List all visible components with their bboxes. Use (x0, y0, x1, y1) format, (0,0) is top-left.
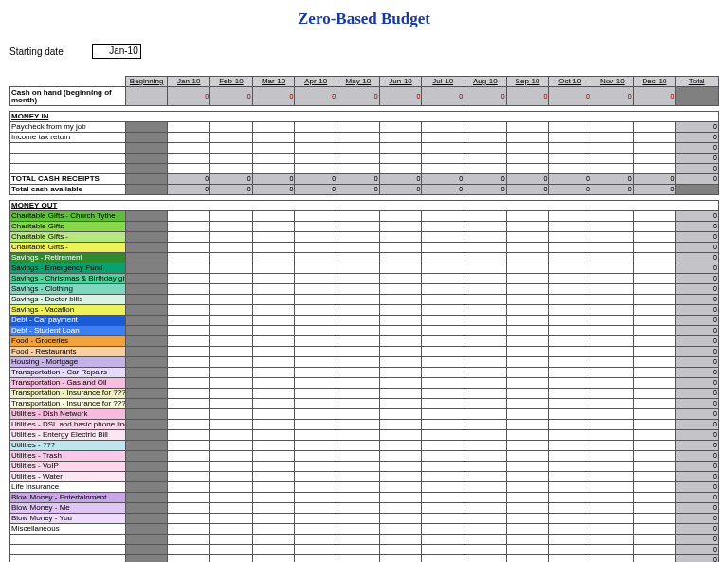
cell[interactable] (210, 451, 253, 462)
cell[interactable] (210, 326, 253, 336)
cell[interactable] (337, 555, 380, 563)
cell[interactable] (592, 154, 634, 164)
cell[interactable] (210, 409, 253, 420)
cell[interactable]: 0 (295, 87, 337, 106)
cell[interactable] (422, 514, 464, 524)
cell[interactable] (592, 420, 634, 430)
cell[interactable] (295, 430, 337, 441)
cell[interactable] (633, 389, 676, 399)
cell[interactable] (464, 430, 507, 441)
cell[interactable] (633, 462, 676, 472)
cell[interactable] (422, 316, 464, 326)
cell[interactable] (464, 368, 507, 378)
cell[interactable] (337, 326, 380, 336)
cell[interactable] (464, 222, 507, 232)
cell[interactable] (633, 316, 676, 326)
cell[interactable] (337, 284, 380, 295)
cell[interactable] (592, 545, 634, 555)
cell[interactable] (633, 284, 676, 295)
cell[interactable] (210, 514, 253, 524)
cell[interactable] (633, 482, 676, 493)
cell[interactable] (422, 347, 464, 357)
cell[interactable] (168, 243, 210, 253)
cell[interactable] (210, 284, 253, 295)
cell[interactable] (337, 357, 380, 368)
cell[interactable] (506, 211, 549, 222)
cell[interactable] (210, 243, 253, 253)
cell[interactable] (379, 524, 422, 535)
cell[interactable] (210, 545, 253, 555)
cell[interactable] (252, 253, 295, 263)
cell[interactable] (464, 305, 507, 316)
cell[interactable] (506, 316, 549, 326)
cell[interactable] (506, 389, 549, 399)
cell[interactable] (633, 295, 676, 305)
cell[interactable] (168, 122, 210, 133)
cell[interactable] (210, 122, 253, 133)
cell[interactable] (464, 420, 507, 430)
cell[interactable] (379, 409, 422, 420)
cell[interactable] (633, 154, 676, 164)
cell[interactable] (549, 430, 592, 441)
cell[interactable] (633, 164, 676, 174)
cell[interactable] (210, 263, 253, 274)
cell[interactable] (337, 441, 380, 451)
cell[interactable] (379, 451, 422, 462)
cell[interactable] (549, 295, 592, 305)
cell[interactable] (210, 368, 253, 378)
cell[interactable] (464, 122, 507, 133)
cell[interactable]: 0 (252, 87, 295, 106)
cell[interactable] (252, 274, 295, 284)
cell[interactable] (422, 441, 464, 451)
cell[interactable] (464, 462, 507, 472)
cell[interactable] (379, 143, 422, 154)
cell[interactable] (506, 378, 549, 389)
cell[interactable] (210, 133, 253, 143)
cell[interactable] (633, 399, 676, 409)
cell[interactable] (337, 263, 380, 274)
cell[interactable] (252, 555, 295, 563)
cell[interactable] (379, 357, 422, 368)
cell[interactable] (549, 451, 592, 462)
cell[interactable] (549, 535, 592, 545)
cell[interactable] (295, 326, 337, 336)
cell[interactable] (295, 122, 337, 133)
cell[interactable] (295, 243, 337, 253)
cell[interactable] (592, 493, 634, 503)
cell[interactable] (252, 295, 295, 305)
cell[interactable] (337, 535, 380, 545)
cell[interactable] (422, 295, 464, 305)
cell[interactable] (422, 284, 464, 295)
cell[interactable] (295, 420, 337, 430)
cell[interactable] (125, 87, 168, 106)
cell[interactable] (252, 326, 295, 336)
cell[interactable] (210, 555, 253, 563)
cell[interactable] (337, 389, 380, 399)
cell[interactable] (422, 524, 464, 535)
cell[interactable] (210, 493, 253, 503)
cell[interactable] (295, 472, 337, 482)
cell[interactable] (633, 263, 676, 274)
cell[interactable] (592, 211, 634, 222)
cell[interactable] (252, 535, 295, 545)
cell[interactable] (379, 154, 422, 164)
cell[interactable] (379, 472, 422, 482)
cell[interactable] (633, 143, 676, 154)
starting-date-input[interactable]: Jan-10 (92, 44, 141, 59)
cell[interactable] (379, 326, 422, 336)
cell[interactable] (210, 357, 253, 368)
cell[interactable] (252, 462, 295, 472)
cell[interactable] (295, 555, 337, 563)
cell[interactable] (633, 451, 676, 462)
cell[interactable] (295, 336, 337, 347)
cell[interactable] (252, 545, 295, 555)
cell[interactable] (506, 451, 549, 462)
cell[interactable]: 0 (549, 87, 592, 106)
cell[interactable] (252, 222, 295, 232)
cell[interactable] (506, 222, 549, 232)
cell[interactable] (464, 284, 507, 295)
cell[interactable] (337, 368, 380, 378)
cell[interactable] (337, 316, 380, 326)
cell[interactable] (295, 441, 337, 451)
cell[interactable]: 0 (633, 87, 676, 106)
